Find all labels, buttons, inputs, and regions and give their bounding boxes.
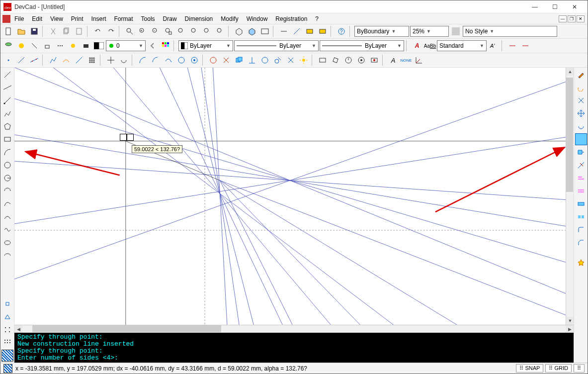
status-extra[interactable]: ⠿ [574, 364, 585, 373]
app-menu-icon[interactable] [2, 15, 10, 23]
spline-button[interactable] [60, 54, 72, 66]
vt-polygon[interactable] [1, 120, 13, 132]
rt-fillet[interactable] [575, 224, 587, 236]
color-palette-button[interactable] [160, 40, 171, 52]
vt-snap-end[interactable] [1, 298, 13, 310]
move-button[interactable] [105, 54, 117, 66]
zoom-realtime-button[interactable] [201, 25, 213, 37]
arc-button[interactable] [137, 54, 149, 66]
zoom-previous-button[interactable] [188, 25, 200, 37]
help-button[interactable]: ? [336, 25, 347, 37]
menu-edit[interactable]: Edit [28, 14, 46, 23]
region-button[interactable] [233, 54, 245, 66]
vt-polyline[interactable] [1, 107, 13, 119]
zoom-combo[interactable]: 25%▼ [410, 26, 449, 37]
rt-join[interactable] [575, 211, 587, 223]
textstyle-a-button[interactable]: A [411, 40, 423, 52]
dimstyle-button[interactable] [506, 40, 518, 52]
x2-button[interactable] [285, 54, 297, 66]
vt-ellipse-arc[interactable] [1, 250, 13, 262]
menu-format[interactable]: Format [110, 14, 137, 23]
axis-button[interactable] [413, 54, 425, 66]
dimstyle2-button[interactable] [519, 40, 531, 52]
drawing-canvas[interactable]: 59.0022 < 132.76? [14, 68, 566, 325]
vt-spline[interactable] [1, 211, 13, 223]
textstyle-combo[interactable]: Standard▼ [437, 40, 487, 51]
ray-button[interactable] [73, 54, 85, 66]
dimension-button[interactable] [278, 25, 290, 37]
tangent-button[interactable] [272, 54, 284, 66]
3d-view-button[interactable] [233, 25, 245, 37]
vt-circle2[interactable] [1, 172, 13, 184]
zoom-in-button[interactable]: + [137, 25, 149, 37]
rt-rotate[interactable] [575, 82, 587, 94]
rt-extend[interactable] [575, 172, 587, 184]
rt-scale[interactable] [575, 133, 587, 145]
circle3-button[interactable] [259, 54, 271, 66]
rt-chamfer[interactable] [575, 237, 587, 249]
maximize-button[interactable]: ☐ [545, 1, 565, 13]
point-button[interactable] [2, 54, 14, 66]
layer-manager-button[interactable] [2, 40, 14, 52]
hatch-style-button[interactable] [450, 25, 462, 37]
status-hatch-icon[interactable] [3, 364, 12, 373]
vt-arc3[interactable] [1, 198, 13, 210]
osnap-button[interactable] [368, 54, 380, 66]
layer-num-combo[interactable]: 0▼ [106, 40, 146, 51]
redo-button[interactable] [105, 25, 117, 37]
vt-circle[interactable] [1, 159, 13, 171]
perp-button[interactable] [246, 54, 258, 66]
boundary-combo[interactable]: ByBoundary▼ [354, 26, 409, 37]
menu-dimension[interactable]: Dimension [181, 14, 217, 23]
zoom-out-button[interactable]: - [150, 25, 162, 37]
menu-view[interactable]: View [46, 14, 67, 23]
vt-snap-grid[interactable] [1, 324, 13, 336]
prev-button[interactable] [147, 40, 159, 52]
arc3-button[interactable] [163, 54, 174, 66]
command-line[interactable]: Specify through point: New construction … [14, 333, 574, 363]
x-button[interactable] [220, 54, 232, 66]
sun-icon[interactable] [67, 40, 79, 51]
lineweight-combo[interactable]: ByLayer▼ [320, 40, 404, 51]
clock-button[interactable] [342, 54, 354, 66]
vt-ellipse[interactable] [1, 237, 13, 249]
undo-button[interactable] [92, 25, 104, 37]
render-button[interactable] [246, 25, 258, 37]
minimize-button[interactable]: — [525, 1, 545, 13]
lock-icon[interactable] [41, 40, 53, 51]
open-button[interactable] [15, 25, 27, 37]
vt-ray[interactable] [1, 94, 13, 106]
circle-button[interactable] [175, 54, 187, 66]
rt-break[interactable] [575, 198, 587, 210]
menu-registration[interactable]: Registration [271, 14, 311, 23]
rt-brush[interactable] [575, 69, 587, 81]
none-button[interactable]: NONE [400, 54, 412, 66]
measure-button[interactable] [291, 25, 303, 37]
mdi-restore[interactable]: ❐ [568, 15, 576, 22]
rt-stretch[interactable] [575, 146, 587, 158]
vt-arc2[interactable] [1, 185, 13, 197]
menu-help[interactable]: ? [311, 14, 323, 23]
rotate-button[interactable] [118, 54, 130, 66]
xline-button[interactable] [28, 54, 40, 66]
circle2-button[interactable] [207, 54, 219, 66]
vt-xline[interactable] [1, 82, 13, 94]
pan-button[interactable] [214, 25, 226, 37]
menu-insert[interactable]: Insert [87, 14, 110, 23]
rt-explode[interactable] [575, 257, 587, 269]
rt-rotate2[interactable] [575, 120, 587, 132]
textstyle-aabb-button[interactable]: AaBb [424, 40, 436, 52]
menu-modify[interactable]: Modify [217, 14, 242, 23]
line-button[interactable] [15, 54, 27, 66]
close-button[interactable]: ✕ [565, 1, 585, 13]
paste-button[interactable] [73, 25, 85, 37]
print-icon[interactable] [80, 40, 92, 51]
rt-move[interactable] [575, 107, 587, 119]
text-a-button[interactable]: A [387, 54, 399, 66]
rt-trim[interactable] [575, 159, 587, 171]
mdi-close[interactable]: ✕ [577, 15, 585, 22]
layer-button[interactable] [304, 25, 316, 37]
snap-toggle[interactable]: ⠿ SNAP [516, 364, 543, 373]
menu-tools[interactable]: Tools [137, 14, 159, 23]
text-edit-button[interactable]: A' [488, 40, 500, 52]
